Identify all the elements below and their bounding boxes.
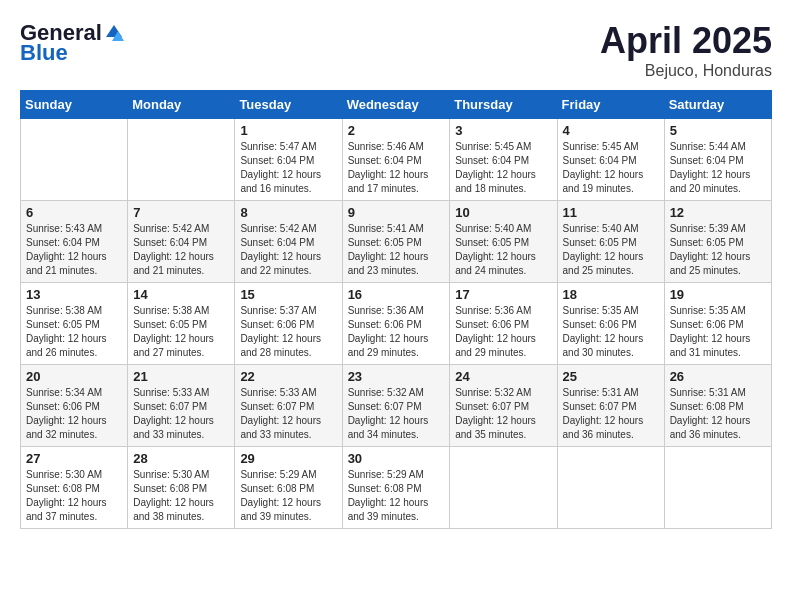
- day-info: Sunrise: 5:30 AM Sunset: 6:08 PM Dayligh…: [26, 468, 122, 524]
- calendar-cell: [21, 119, 128, 201]
- header-day-thursday: Thursday: [450, 91, 557, 119]
- calendar-cell: 1Sunrise: 5:47 AM Sunset: 6:04 PM Daylig…: [235, 119, 342, 201]
- calendar-cell: 19Sunrise: 5:35 AM Sunset: 6:06 PM Dayli…: [664, 283, 771, 365]
- calendar-cell: 7Sunrise: 5:42 AM Sunset: 6:04 PM Daylig…: [128, 201, 235, 283]
- day-number: 13: [26, 287, 122, 302]
- calendar-table: SundayMondayTuesdayWednesdayThursdayFrid…: [20, 90, 772, 529]
- day-info: Sunrise: 5:35 AM Sunset: 6:06 PM Dayligh…: [563, 304, 659, 360]
- day-number: 9: [348, 205, 445, 220]
- calendar-cell: 6Sunrise: 5:43 AM Sunset: 6:04 PM Daylig…: [21, 201, 128, 283]
- day-info: Sunrise: 5:31 AM Sunset: 6:07 PM Dayligh…: [563, 386, 659, 442]
- week-row-2: 6Sunrise: 5:43 AM Sunset: 6:04 PM Daylig…: [21, 201, 772, 283]
- calendar-cell: 26Sunrise: 5:31 AM Sunset: 6:08 PM Dayli…: [664, 365, 771, 447]
- day-info: Sunrise: 5:29 AM Sunset: 6:08 PM Dayligh…: [348, 468, 445, 524]
- day-info: Sunrise: 5:30 AM Sunset: 6:08 PM Dayligh…: [133, 468, 229, 524]
- day-number: 19: [670, 287, 766, 302]
- calendar-cell: 20Sunrise: 5:34 AM Sunset: 6:06 PM Dayli…: [21, 365, 128, 447]
- logo-blue-text: Blue: [20, 40, 68, 66]
- day-number: 30: [348, 451, 445, 466]
- week-row-5: 27Sunrise: 5:30 AM Sunset: 6:08 PM Dayli…: [21, 447, 772, 529]
- day-info: Sunrise: 5:44 AM Sunset: 6:04 PM Dayligh…: [670, 140, 766, 196]
- calendar-cell: 29Sunrise: 5:29 AM Sunset: 6:08 PM Dayli…: [235, 447, 342, 529]
- calendar-cell: 30Sunrise: 5:29 AM Sunset: 6:08 PM Dayli…: [342, 447, 450, 529]
- day-number: 26: [670, 369, 766, 384]
- day-info: Sunrise: 5:47 AM Sunset: 6:04 PM Dayligh…: [240, 140, 336, 196]
- calendar-cell: 9Sunrise: 5:41 AM Sunset: 6:05 PM Daylig…: [342, 201, 450, 283]
- day-number: 24: [455, 369, 551, 384]
- calendar-cell: 14Sunrise: 5:38 AM Sunset: 6:05 PM Dayli…: [128, 283, 235, 365]
- day-number: 4: [563, 123, 659, 138]
- week-row-3: 13Sunrise: 5:38 AM Sunset: 6:05 PM Dayli…: [21, 283, 772, 365]
- day-info: Sunrise: 5:42 AM Sunset: 6:04 PM Dayligh…: [133, 222, 229, 278]
- calendar-cell: 25Sunrise: 5:31 AM Sunset: 6:07 PM Dayli…: [557, 365, 664, 447]
- day-number: 2: [348, 123, 445, 138]
- day-number: 18: [563, 287, 659, 302]
- day-info: Sunrise: 5:40 AM Sunset: 6:05 PM Dayligh…: [563, 222, 659, 278]
- calendar-cell: 10Sunrise: 5:40 AM Sunset: 6:05 PM Dayli…: [450, 201, 557, 283]
- day-number: 6: [26, 205, 122, 220]
- calendar-cell: 2Sunrise: 5:46 AM Sunset: 6:04 PM Daylig…: [342, 119, 450, 201]
- day-number: 22: [240, 369, 336, 384]
- calendar-cell: 13Sunrise: 5:38 AM Sunset: 6:05 PM Dayli…: [21, 283, 128, 365]
- calendar-cell: 21Sunrise: 5:33 AM Sunset: 6:07 PM Dayli…: [128, 365, 235, 447]
- day-number: 20: [26, 369, 122, 384]
- day-info: Sunrise: 5:38 AM Sunset: 6:05 PM Dayligh…: [133, 304, 229, 360]
- calendar-cell: 17Sunrise: 5:36 AM Sunset: 6:06 PM Dayli…: [450, 283, 557, 365]
- header-day-monday: Monday: [128, 91, 235, 119]
- calendar-cell: 18Sunrise: 5:35 AM Sunset: 6:06 PM Dayli…: [557, 283, 664, 365]
- day-number: 21: [133, 369, 229, 384]
- week-row-1: 1Sunrise: 5:47 AM Sunset: 6:04 PM Daylig…: [21, 119, 772, 201]
- calendar-cell: 4Sunrise: 5:45 AM Sunset: 6:04 PM Daylig…: [557, 119, 664, 201]
- day-info: Sunrise: 5:36 AM Sunset: 6:06 PM Dayligh…: [348, 304, 445, 360]
- day-number: 16: [348, 287, 445, 302]
- day-info: Sunrise: 5:35 AM Sunset: 6:06 PM Dayligh…: [670, 304, 766, 360]
- day-info: Sunrise: 5:43 AM Sunset: 6:04 PM Dayligh…: [26, 222, 122, 278]
- header-day-saturday: Saturday: [664, 91, 771, 119]
- day-info: Sunrise: 5:45 AM Sunset: 6:04 PM Dayligh…: [455, 140, 551, 196]
- day-info: Sunrise: 5:41 AM Sunset: 6:05 PM Dayligh…: [348, 222, 445, 278]
- calendar-cell: [557, 447, 664, 529]
- calendar-cell: 8Sunrise: 5:42 AM Sunset: 6:04 PM Daylig…: [235, 201, 342, 283]
- day-info: Sunrise: 5:34 AM Sunset: 6:06 PM Dayligh…: [26, 386, 122, 442]
- calendar-cell: 27Sunrise: 5:30 AM Sunset: 6:08 PM Dayli…: [21, 447, 128, 529]
- day-number: 11: [563, 205, 659, 220]
- day-info: Sunrise: 5:33 AM Sunset: 6:07 PM Dayligh…: [240, 386, 336, 442]
- logo-icon: [104, 23, 124, 43]
- day-info: Sunrise: 5:45 AM Sunset: 6:04 PM Dayligh…: [563, 140, 659, 196]
- day-number: 28: [133, 451, 229, 466]
- day-info: Sunrise: 5:36 AM Sunset: 6:06 PM Dayligh…: [455, 304, 551, 360]
- header-day-wednesday: Wednesday: [342, 91, 450, 119]
- calendar-cell: [664, 447, 771, 529]
- day-number: 3: [455, 123, 551, 138]
- calendar-cell: 12Sunrise: 5:39 AM Sunset: 6:05 PM Dayli…: [664, 201, 771, 283]
- day-number: 27: [26, 451, 122, 466]
- day-info: Sunrise: 5:39 AM Sunset: 6:05 PM Dayligh…: [670, 222, 766, 278]
- calendar-cell: 11Sunrise: 5:40 AM Sunset: 6:05 PM Dayli…: [557, 201, 664, 283]
- day-number: 29: [240, 451, 336, 466]
- day-number: 5: [670, 123, 766, 138]
- title-block: April 2025 Bejuco, Honduras: [600, 20, 772, 80]
- calendar-cell: 5Sunrise: 5:44 AM Sunset: 6:04 PM Daylig…: [664, 119, 771, 201]
- day-info: Sunrise: 5:46 AM Sunset: 6:04 PM Dayligh…: [348, 140, 445, 196]
- day-info: Sunrise: 5:37 AM Sunset: 6:06 PM Dayligh…: [240, 304, 336, 360]
- header-day-tuesday: Tuesday: [235, 91, 342, 119]
- day-number: 7: [133, 205, 229, 220]
- day-info: Sunrise: 5:42 AM Sunset: 6:04 PM Dayligh…: [240, 222, 336, 278]
- day-info: Sunrise: 5:32 AM Sunset: 6:07 PM Dayligh…: [455, 386, 551, 442]
- day-number: 8: [240, 205, 336, 220]
- day-number: 25: [563, 369, 659, 384]
- day-info: Sunrise: 5:32 AM Sunset: 6:07 PM Dayligh…: [348, 386, 445, 442]
- calendar-cell: 15Sunrise: 5:37 AM Sunset: 6:06 PM Dayli…: [235, 283, 342, 365]
- header-day-sunday: Sunday: [21, 91, 128, 119]
- calendar-header-row: SundayMondayTuesdayWednesdayThursdayFrid…: [21, 91, 772, 119]
- calendar-cell: [450, 447, 557, 529]
- day-number: 15: [240, 287, 336, 302]
- day-number: 17: [455, 287, 551, 302]
- calendar-location: Bejuco, Honduras: [600, 62, 772, 80]
- calendar-cell: 28Sunrise: 5:30 AM Sunset: 6:08 PM Dayli…: [128, 447, 235, 529]
- calendar-cell: 16Sunrise: 5:36 AM Sunset: 6:06 PM Dayli…: [342, 283, 450, 365]
- week-row-4: 20Sunrise: 5:34 AM Sunset: 6:06 PM Dayli…: [21, 365, 772, 447]
- day-info: Sunrise: 5:33 AM Sunset: 6:07 PM Dayligh…: [133, 386, 229, 442]
- day-info: Sunrise: 5:31 AM Sunset: 6:08 PM Dayligh…: [670, 386, 766, 442]
- calendar-cell: 24Sunrise: 5:32 AM Sunset: 6:07 PM Dayli…: [450, 365, 557, 447]
